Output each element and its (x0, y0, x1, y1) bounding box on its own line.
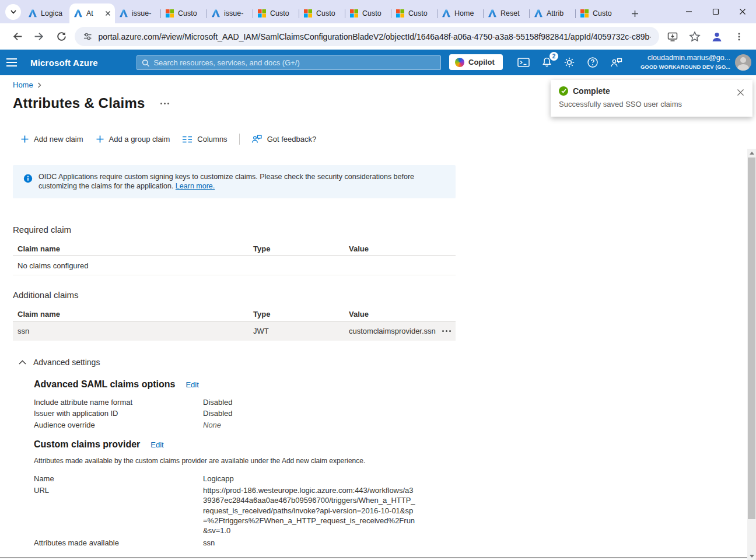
page-title: Attributes & Claims (13, 95, 145, 111)
command-bar: Add new claim Add a group claim Columns … (18, 134, 320, 145)
add-new-claim-button[interactable]: Add new claim (18, 135, 87, 144)
window-minimize-button[interactable] (676, 0, 702, 23)
bookmark-button[interactable] (685, 27, 705, 47)
window-close-button[interactable] (729, 0, 756, 23)
col-claim-name[interactable]: Claim name (13, 310, 253, 318)
account-avatar[interactable] (735, 54, 751, 71)
browser-menu-button[interactable] (729, 27, 749, 47)
plus-icon (631, 10, 639, 18)
browser-tab-7[interactable]: Custo (345, 4, 391, 23)
vertical-scrollbar[interactable] (747, 149, 756, 560)
browser-tab-0[interactable]: Logica (24, 4, 69, 23)
browser-tab-5[interactable]: Custo (253, 4, 299, 23)
back-arrow-icon (12, 31, 23, 42)
search-input[interactable] (153, 58, 436, 67)
custom-claims-provider-edit-link[interactable]: Edit (150, 440, 163, 449)
col-value[interactable]: Value (349, 244, 456, 253)
forward-arrow-icon (34, 31, 45, 42)
browser-tab-12[interactable]: Custo (576, 4, 621, 23)
notifications-button[interactable]: 2 (539, 55, 554, 70)
col-type[interactable]: Type (253, 244, 349, 253)
site-settings-icon[interactable] (83, 32, 92, 41)
browser-tab-2[interactable]: issue- (115, 4, 160, 23)
azure-brand[interactable]: Microsoft Azure (30, 58, 98, 68)
table-row-ssn[interactable]: ssn JWT customclaimsprovider.ssn (13, 321, 456, 341)
advanced-settings-toggle[interactable]: Advanced settings (19, 358, 747, 367)
window-maximize-button[interactable] (702, 0, 729, 23)
chevron-up-icon (19, 360, 26, 365)
back-button[interactable] (7, 27, 27, 47)
tab-search-button[interactable] (5, 4, 21, 20)
scrollbar-thumb[interactable] (748, 158, 755, 519)
blade-bottom-divider (0, 557, 747, 558)
browser-tab-3[interactable]: Custo (161, 4, 206, 23)
advanced-settings-label: Advanced settings (33, 358, 100, 367)
browser-tab-10[interactable]: Reset (484, 4, 529, 23)
cloud-shell-button[interactable] (516, 55, 531, 70)
kv-value: Logicapp (203, 473, 416, 484)
col-claim-name[interactable]: Claim name (13, 244, 253, 253)
info-banner-text: OIDC Applications require custom signing… (38, 173, 414, 190)
toast-close-button[interactable] (735, 87, 746, 97)
col-value[interactable]: Value (349, 310, 456, 318)
microsoft-logo-icon (303, 9, 313, 18)
tab-label: Custo (178, 9, 202, 18)
settings-button[interactable] (562, 55, 577, 70)
forward-button[interactable] (29, 27, 49, 47)
tab-label: issue- (224, 9, 249, 18)
saml-options-edit-link[interactable]: Edit (186, 380, 198, 389)
star-icon (689, 31, 701, 43)
learn-more-link[interactable]: Learn more. (176, 182, 215, 190)
cell-claim-name: ssn (13, 327, 253, 335)
kv-value: None (203, 419, 416, 430)
copilot-button[interactable]: Copilot (449, 54, 503, 70)
success-check-icon (559, 86, 568, 96)
col-type[interactable]: Type (253, 310, 349, 318)
browser-profile-button[interactable] (707, 27, 727, 47)
columns-button[interactable]: Columns (179, 135, 230, 144)
breadcrumb-home-link[interactable]: Home (13, 80, 33, 89)
cell-value: customclaimsprovider.ssn (349, 327, 436, 335)
feedback-button[interactable] (608, 55, 624, 70)
portal-menu-button[interactable] (0, 50, 23, 75)
columns-icon (183, 136, 192, 143)
toolbar-separator (239, 134, 240, 145)
title-context-menu-icon[interactable] (160, 103, 162, 104)
browser-tab-8[interactable]: Custo (391, 4, 437, 23)
reload-button[interactable] (51, 27, 71, 47)
got-feedback-button[interactable]: Got feedback? (248, 135, 320, 144)
url-text[interactable]: portal.azure.com/#view/Microsoft_AAD_IAM… (98, 32, 651, 41)
row-menu-icon[interactable] (442, 330, 444, 332)
global-search-box[interactable] (136, 55, 441, 70)
tab-label: issue- (132, 9, 156, 18)
add-group-claim-button[interactable]: Add a group claim (93, 135, 174, 144)
browser-tab-4[interactable]: issue- (207, 4, 253, 23)
add-new-claim-label: Add new claim (34, 135, 83, 144)
azure-logo-icon (488, 9, 497, 18)
scrollbar-down-arrow[interactable] (747, 552, 756, 560)
kv-row: Audience override None (34, 419, 747, 430)
browser-navbar: portal.azure.com/#view/Microsoft_AAD_IAM… (0, 23, 756, 50)
tab-close-icon[interactable] (105, 10, 111, 16)
chevron-down-icon (10, 8, 17, 15)
new-tab-button[interactable] (626, 5, 643, 22)
scrollable-region: OIDC Applications require custom signing… (0, 149, 747, 560)
scrollbar-up-arrow[interactable] (747, 149, 756, 157)
avatar-head (740, 57, 746, 63)
browser-tab-11[interactable]: Attrib (530, 4, 575, 23)
toast-title: Complete (573, 86, 610, 96)
browser-tab-6[interactable]: Custo (299, 4, 345, 23)
kv-label: Name (34, 473, 203, 484)
install-app-button[interactable] (663, 27, 682, 47)
address-bar[interactable]: portal.azure.com/#view/Microsoft_AAD_IAM… (75, 27, 659, 46)
account-info[interactable]: cloudadmin.marius@go... GOOD WORKAROUND … (640, 54, 730, 71)
browser-tab-1-active[interactable]: At (69, 4, 115, 23)
blade-content: Home Attributes & Claims Add new claim A… (0, 75, 756, 560)
help-icon (587, 57, 598, 68)
tab-label: Attrib (547, 9, 571, 18)
browser-tab-9[interactable]: Home (438, 4, 483, 23)
columns-label: Columns (197, 135, 227, 144)
kv-label: Audience override (34, 419, 203, 430)
additional-claims-heading: Additional claims (13, 290, 747, 300)
help-button[interactable] (585, 55, 600, 70)
